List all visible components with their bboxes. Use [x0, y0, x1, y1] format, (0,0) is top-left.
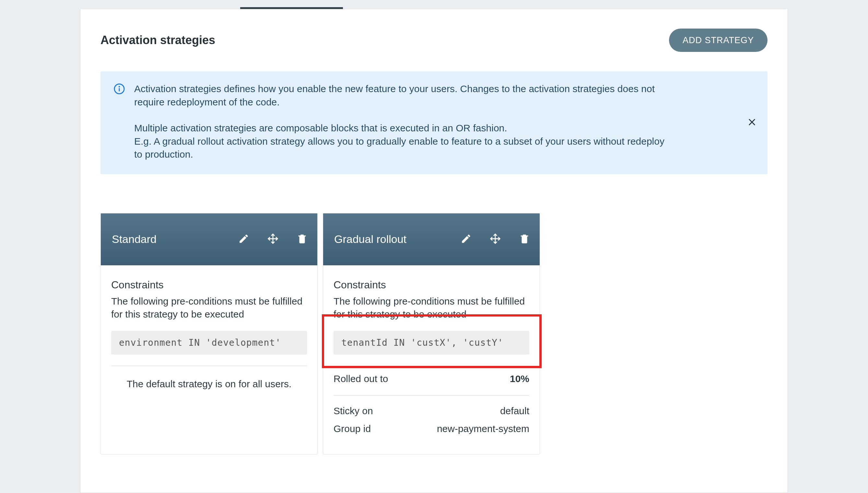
move-icon — [267, 233, 278, 245]
info-paragraph-1: Activation strategies defines how you en… — [134, 82, 669, 109]
card-header: Standard — [101, 213, 317, 265]
constraint-expression: environment IN 'development' — [111, 331, 307, 355]
card-actions — [238, 233, 307, 245]
info-paragraph-2: Multiple activation strategies are compo… — [134, 122, 669, 161]
card-body: Constraints The following pre-conditions… — [101, 265, 317, 404]
trash-icon — [297, 233, 307, 245]
strategy-footer-text: The default strategy is on for all users… — [111, 375, 307, 389]
main-panel: Activation strategies ADD STRATEGY Activ… — [80, 9, 788, 493]
close-banner-button[interactable] — [748, 118, 756, 128]
constraints-description: The following pre-conditions must be ful… — [111, 295, 307, 321]
tab-bar — [82, 0, 786, 9]
card-divider — [111, 366, 307, 366]
trash-icon — [519, 233, 530, 245]
info-banner: Activation strategies defines how you en… — [100, 71, 768, 174]
constraints-description: The following pre-conditions must be ful… — [334, 295, 529, 321]
card-title: Standard — [112, 233, 157, 245]
group-id-value: new-payment-system — [437, 421, 529, 436]
card-header: Gradual rollout — [323, 213, 540, 265]
move-button[interactable] — [267, 233, 278, 245]
move-button[interactable] — [490, 233, 501, 245]
pencil-icon — [461, 233, 472, 245]
strategy-cards-row: Standard — [100, 213, 768, 454]
constraints-heading: Constraints — [334, 279, 529, 291]
constraints-heading: Constraints — [111, 279, 307, 291]
section-header: Activation strategies ADD STRATEGY — [100, 28, 768, 52]
strategy-card-standard: Standard — [100, 213, 318, 454]
rolled-out-label: Rolled out to — [334, 371, 388, 386]
card-actions — [461, 233, 530, 245]
delete-button[interactable] — [297, 233, 307, 245]
rolled-out-value: 10% — [510, 371, 529, 386]
page-title: Activation strategies — [100, 34, 215, 47]
pencil-icon — [238, 233, 249, 245]
svg-point-2 — [119, 87, 120, 87]
card-title: Gradual rollout — [334, 233, 407, 245]
group-id-label: Group id — [334, 421, 371, 436]
rolled-out-row: Rolled out to 10% — [334, 371, 529, 396]
group-id-row: Group id new-payment-system — [334, 421, 529, 436]
constraint-expression: tenantId IN 'custX', 'custY' — [334, 331, 529, 355]
add-strategy-button[interactable]: ADD STRATEGY — [669, 28, 768, 52]
sticky-on-label: Sticky on — [334, 404, 373, 418]
sticky-on-row: Sticky on default — [334, 404, 529, 418]
info-banner-text: Activation strategies defines how you en… — [134, 82, 669, 161]
delete-button[interactable] — [519, 233, 530, 245]
edit-button[interactable] — [461, 233, 472, 245]
sticky-on-value: default — [500, 404, 529, 418]
strategy-card-gradual-rollout: Gradual rollout — [323, 213, 540, 454]
info-icon — [113, 83, 125, 95]
move-icon — [490, 233, 501, 245]
close-icon — [748, 123, 756, 128]
edit-button[interactable] — [238, 233, 249, 245]
active-tab-indicator — [240, 7, 343, 9]
card-body: Constraints The following pre-conditions… — [323, 265, 540, 454]
